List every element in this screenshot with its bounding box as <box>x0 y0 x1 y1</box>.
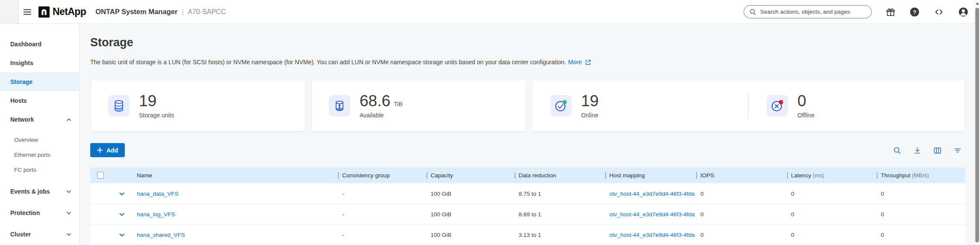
cell-iops: 0 <box>697 232 787 238</box>
sidebar-item-label: Dashboard <box>10 41 41 48</box>
column-header-throughput[interactable]: Throughput (MB/s) <box>877 172 965 179</box>
table-row: hana_data_VFS - 100 GiB 8.75 to 1 otv_ho… <box>90 184 965 204</box>
sidebar-item-label: Cluster <box>10 231 31 238</box>
column-header-name[interactable]: Name <box>133 172 338 179</box>
storage-units-value: 19 <box>139 93 156 110</box>
main-content: Storage The basic unit of storage is a L… <box>80 24 974 245</box>
columns-button[interactable] <box>933 146 942 155</box>
storage-unit-name-link[interactable]: hana_log_VFS <box>137 211 175 218</box>
latency-unit: (ms) <box>813 172 824 179</box>
offline-label: Offline <box>797 112 815 119</box>
table-body: hana_data_VFS - 100 GiB 8.75 to 1 otv_ho… <box>90 184 965 245</box>
whats-new-button[interactable] <box>886 7 896 17</box>
table-toolbar <box>893 146 962 155</box>
chevron-down-icon <box>118 211 125 218</box>
cluster-name: A70-SAPCC <box>188 8 226 16</box>
cell-capacity: 100 GiB <box>427 191 515 197</box>
global-search-input[interactable] <box>760 9 866 15</box>
chevron-up-icon <box>66 118 71 122</box>
vertical-scrollbar[interactable] <box>974 0 980 245</box>
network-subitems: Overview Ethernet ports FC ports <box>0 132 79 177</box>
sidebar-item-insights[interactable]: Insights <box>0 54 79 72</box>
cell-data-reduction: 8.69 to 1 <box>515 211 605 218</box>
add-button-label: Add <box>106 147 118 154</box>
filter-button[interactable] <box>953 146 962 155</box>
user-avatar-icon <box>958 7 968 17</box>
column-header-consistency-group[interactable]: Consistency group <box>338 172 427 179</box>
cell-latency: 0 <box>787 232 877 238</box>
page-description: The basic unit of storage is a LUN (for … <box>90 59 591 66</box>
host-mapping-link[interactable]: otv_host-44_e3d7e9d4-46f3-4fda <box>609 232 695 238</box>
sidebar-item-network[interactable]: Network <box>0 110 79 129</box>
storage-units-stat: 19 Storage units <box>139 93 174 119</box>
title-divider: | <box>182 8 183 16</box>
netapp-logo-mark-icon <box>38 6 50 18</box>
sidebar-item-storage[interactable]: Storage <box>0 72 79 91</box>
hamburger-menu-button[interactable] <box>20 5 35 19</box>
help-button[interactable]: ? <box>909 7 920 17</box>
storage-units-label: Storage units <box>139 112 174 119</box>
storage-units-card: 19 Storage units <box>91 81 305 131</box>
sidebar-subitem-label: Overview <box>14 137 38 143</box>
available-capacity-stat: 68.6 TiB Available <box>360 93 403 119</box>
cell-data-reduction: 3.13 to 1 <box>515 232 605 238</box>
available-capacity-icon <box>329 95 350 117</box>
plus-icon <box>97 147 103 153</box>
column-header-iops[interactable]: IOPS <box>697 172 787 179</box>
sidebar-item-hosts[interactable]: Hosts <box>0 91 79 110</box>
page-description-text: The basic unit of storage is a LUN (for … <box>90 59 566 66</box>
cell-throughput: 0 <box>877 232 965 238</box>
available-capacity-card: 68.6 TiB Available <box>312 81 525 131</box>
gift-icon <box>886 7 896 17</box>
more-link[interactable]: More <box>568 59 582 66</box>
hamburger-icon <box>22 7 32 17</box>
download-button[interactable] <box>913 146 922 155</box>
chevron-down-icon <box>66 190 71 194</box>
cell-latency: 0 <box>787 191 877 197</box>
row-expand-button[interactable] <box>118 191 125 197</box>
sidebar-item-dashboard[interactable]: Dashboard <box>0 35 79 54</box>
cell-capacity: 100 GiB <box>427 211 515 218</box>
scrollbar-thumb[interactable] <box>975 8 979 242</box>
sidebar-item-label: Protection <box>10 209 40 216</box>
cell-consistency-group: - <box>338 191 427 197</box>
host-mapping-link[interactable]: otv_host-44_e3d7e9d4-46f3-4fda <box>609 191 695 197</box>
table-search-button[interactable] <box>893 146 902 155</box>
column-header-host-mapping[interactable]: Host mapping <box>605 172 697 179</box>
scrollbar-up-arrow-icon[interactable] <box>976 2 979 5</box>
online-status-group: 19 Online <box>532 93 748 119</box>
online-status-icon <box>550 95 572 117</box>
column-header-capacity[interactable]: Capacity <box>427 172 515 179</box>
latency-label: Latency <box>791 172 811 179</box>
select-all-checkbox[interactable] <box>97 172 104 179</box>
svg-text:?: ? <box>913 9 916 15</box>
window-edge-strip <box>0 0 19 24</box>
sidebar-item-fc-ports[interactable]: FC ports <box>0 162 79 177</box>
global-search[interactable] <box>744 5 872 18</box>
top-bar: NetApp ONTAP System Manager | A70-SAPCC <box>0 0 974 24</box>
row-expand-button[interactable] <box>118 232 125 239</box>
sidebar-item-cluster[interactable]: Cluster <box>0 224 79 245</box>
sidebar-item-ethernet-ports[interactable]: Ethernet ports <box>0 147 79 162</box>
host-mapping-link[interactable]: otv_host-44_e3d7e9d4-46f3-4fda <box>609 211 695 218</box>
storage-unit-name-link[interactable]: hana_data_VFS <box>137 191 179 197</box>
download-icon <box>913 146 922 155</box>
offline-status-icon <box>767 95 788 117</box>
column-header-latency[interactable]: Latency (ms) <box>787 172 877 179</box>
offline-stat: 0 Offline <box>797 93 815 119</box>
sidebar-item-protection[interactable]: Protection <box>0 202 79 224</box>
sidebar-item-events-jobs[interactable]: Events & jobs <box>0 181 79 202</box>
external-link-icon[interactable] <box>585 59 591 66</box>
search-icon <box>749 8 757 16</box>
cell-consistency-group: - <box>338 211 427 218</box>
row-expand-button[interactable] <box>118 211 125 218</box>
search-icon <box>893 146 902 155</box>
storage-units-table: Name Consistency group Capacity Data red… <box>90 167 965 245</box>
chevron-down-icon <box>118 191 125 197</box>
column-header-data-reduction[interactable]: Data reduction <box>515 172 605 179</box>
storage-unit-name-link[interactable]: hana_shared_VFS <box>137 232 185 238</box>
sidebar-item-network-overview[interactable]: Overview <box>0 132 79 147</box>
api-code-button[interactable] <box>933 7 945 17</box>
add-button[interactable]: Add <box>90 143 125 157</box>
account-button[interactable] <box>958 7 968 17</box>
